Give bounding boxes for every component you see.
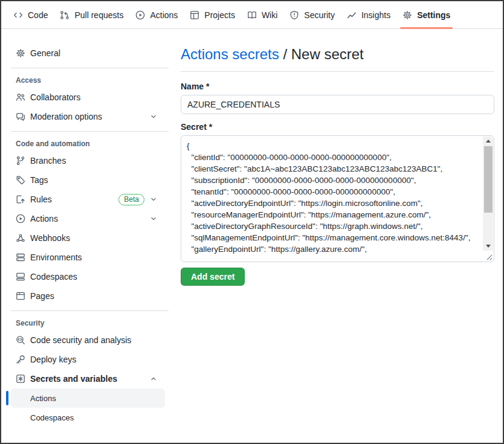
tab-security[interactable]: Security [283,1,341,28]
sidebar-subitem-label: Actions [30,394,56,403]
tab-wiki[interactable]: Wiki [241,1,283,28]
people-icon [16,92,25,102]
tab-actions-label: Actions [150,10,178,20]
sidebar-subitem-codespaces[interactable]: Codespaces [11,408,165,427]
secret-name-input[interactable] [181,95,494,114]
rules-icon [16,195,25,204]
sidebar-item-actions[interactable]: Actions [1,209,171,228]
sidebar-divider [11,310,169,311]
sidebar-item-label: Pages [30,291,54,301]
section-header-security: Security [1,316,171,330]
sidebar-item-webhooks[interactable]: Webhooks [1,228,171,248]
beta-badge: Beta [118,194,144,205]
sidebar-item-general[interactable]: General [1,43,171,63]
add-secret-button[interactable]: Add secret [181,268,245,286]
tag-icon [16,175,25,185]
shield-icon [289,10,299,20]
code-scan-icon [16,335,25,345]
section-header-access: Access [1,73,171,88]
comment-discussion-icon [16,112,25,121]
secret-value-text[interactable]: { "clientId": "00000000-0000-0000-0000-0… [181,136,483,262]
server-icon [16,253,25,262]
play-circle-icon [16,214,25,224]
tab-pull-requests-label: Pull requests [74,10,123,20]
sidebar-item-label: Codespaces [30,272,77,282]
tab-actions[interactable]: Actions [129,1,184,28]
graph-icon [347,10,357,20]
tab-insights[interactable]: Insights [341,1,396,28]
sidebar-item-collaborators[interactable]: Collaborators [1,88,171,107]
settings-sidebar: General Access Collaborators Moderation … [1,29,171,443]
codespaces-icon [16,272,25,282]
gear-icon [16,48,25,58]
chevron-down-icon [149,195,158,204]
sidebar-item-branches[interactable]: Branches [1,151,171,170]
secret-textarea[interactable]: { "clientId": "00000000-0000-0000-0000-0… [181,135,494,262]
tab-settings[interactable]: Settings [396,1,456,28]
breadcrumb-separator: / [279,46,291,62]
pull-request-icon [60,10,69,20]
webhook-icon [16,233,25,243]
sidebar-item-moderation-options[interactable]: Moderation options [1,107,171,126]
tab-pull-requests[interactable]: Pull requests [54,1,129,28]
main-content: Actions secrets / New secret Name * Secr… [171,29,503,443]
chevron-up-icon [149,375,158,383]
textarea-scrollbar[interactable] [483,137,493,251]
tab-projects[interactable]: Projects [184,1,241,28]
tab-wiki-label: Wiki [262,10,277,20]
secret-label: Secret * [181,122,494,132]
tab-insights-label: Insights [361,10,390,20]
sidebar-item-label: Secrets and variables [30,374,117,384]
sidebar-divider [11,131,169,132]
sidebar-item-label: Rules [30,195,52,204]
page-title: Actions secrets / New secret [181,45,494,64]
sidebar-item-deploy-keys[interactable]: Deploy keys [1,350,171,369]
tab-security-label: Security [304,10,335,20]
asterisk-box-icon [16,374,25,384]
sidebar-item-label: Tags [30,175,48,185]
sidebar-item-pages[interactable]: Pages [1,286,171,306]
sidebar-item-tags[interactable]: Tags [1,170,171,190]
tab-code-label: Code [28,10,48,20]
sidebar-item-label: Deploy keys [30,355,76,364]
gear-icon [402,10,412,20]
settings-window: Code Pull requests Actions Projects Wiki… [0,0,504,444]
sidebar-item-label: General [30,48,60,58]
sidebar-item-environments[interactable]: Environments [1,248,171,267]
scroll-down-arrow-icon[interactable] [483,242,493,251]
table-icon [190,10,199,20]
sidebar-divider [11,68,169,68]
page-title-current: New secret [291,46,364,62]
sidebar-item-label: Environments [30,253,82,262]
resize-grip-icon [483,251,493,261]
tab-code[interactable]: Code [7,1,54,28]
repo-nav: Code Pull requests Actions Projects Wiki… [1,1,503,29]
sidebar-item-code-security[interactable]: Code security and analysis [1,330,171,350]
textarea-resize-grip[interactable] [483,251,493,261]
scroll-up-arrow-icon[interactable] [483,137,493,146]
title-divider [181,71,494,72]
sidebar-item-label: Branches [30,156,66,166]
chevron-down-icon [149,214,158,223]
code-icon [13,10,23,20]
sidebar-item-codespaces[interactable]: Codespaces [1,267,171,286]
tab-projects-label: Projects [204,10,235,20]
sidebar-item-label: Actions [30,214,58,224]
book-icon [247,10,257,20]
sidebar-subitem-actions[interactable]: Actions [11,388,165,408]
scrollbar-thumb[interactable] [484,146,493,213]
key-icon [16,355,25,364]
sidebar-item-label: Code security and analysis [30,335,131,345]
browser-icon [16,291,25,301]
sidebar-item-label: Webhooks [30,233,70,243]
tab-settings-label: Settings [417,10,450,20]
actions-secrets-link[interactable]: Actions secrets [181,46,279,62]
sidebar-subitem-label: Codespaces [30,413,74,422]
sidebar-item-rules[interactable]: Rules Beta [1,190,171,209]
name-label: Name * [181,82,494,91]
sidebar-item-secrets-and-variables[interactable]: Secrets and variables [1,369,171,388]
section-header-code-automation: Code and automation [1,137,171,151]
sidebar-item-label: Moderation options [30,112,102,121]
chevron-down-icon [149,112,158,121]
sidebar-item-label: Collaborators [30,92,80,102]
